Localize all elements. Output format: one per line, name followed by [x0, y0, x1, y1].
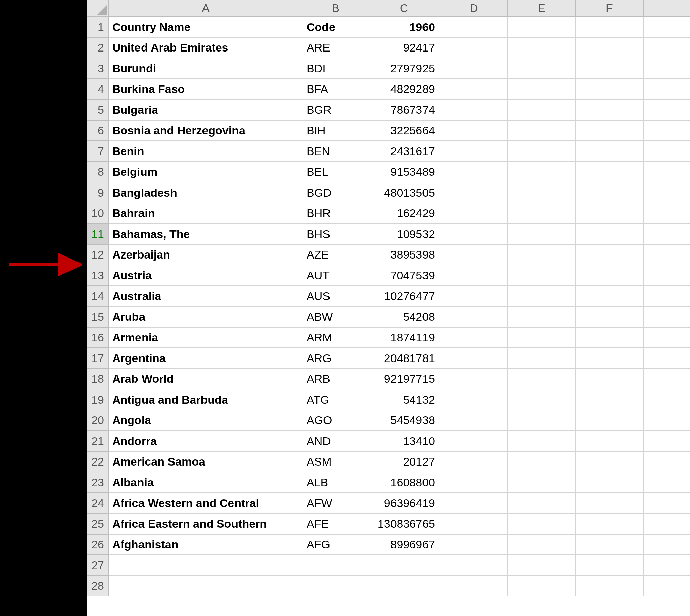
cell-G16[interactable]: [644, 328, 690, 348]
cell-G15[interactable]: [644, 307, 690, 328]
cell-D1[interactable]: [440, 17, 508, 38]
cell-D14[interactable]: [440, 286, 508, 307]
column-header-A[interactable]: A: [109, 0, 303, 17]
cell-F14[interactable]: [576, 286, 644, 307]
cell-C21[interactable]: 13410: [368, 431, 440, 452]
cell-B24[interactable]: AFW: [303, 493, 368, 514]
cell-C6[interactable]: 3225664: [368, 120, 440, 141]
row-header[interactable]: 3: [87, 58, 109, 79]
row-header[interactable]: 16: [87, 328, 109, 348]
cell-B26[interactable]: AFG: [303, 534, 368, 555]
cell-G23[interactable]: [644, 472, 690, 493]
row-header[interactable]: 21: [87, 431, 109, 452]
cell-E14[interactable]: [508, 286, 576, 307]
cell-D19[interactable]: [440, 390, 508, 410]
cell-F18[interactable]: [576, 369, 644, 390]
cell-G10[interactable]: [644, 203, 690, 224]
row-header[interactable]: 14: [87, 286, 109, 307]
cell-E11[interactable]: [508, 224, 576, 245]
cell-G17[interactable]: [644, 348, 690, 369]
cell-B4[interactable]: BFA: [303, 79, 368, 100]
cell-D7[interactable]: [440, 141, 508, 162]
cell-E21[interactable]: [508, 431, 576, 452]
cell-B13[interactable]: AUT: [303, 265, 368, 286]
cell-C3[interactable]: 2797925: [368, 58, 440, 79]
row-header[interactable]: 18: [87, 369, 109, 390]
cell-A7[interactable]: Benin: [109, 141, 303, 162]
cell-G6[interactable]: [644, 120, 690, 141]
cell-F16[interactable]: [576, 328, 644, 348]
cell-E7[interactable]: [508, 141, 576, 162]
cell-C10[interactable]: 162429: [368, 203, 440, 224]
cell-G4[interactable]: [644, 79, 690, 100]
cell-C14[interactable]: 10276477: [368, 286, 440, 307]
select-all-corner[interactable]: [87, 0, 109, 17]
row-header[interactable]: 11: [87, 224, 109, 245]
cell-B1[interactable]: Code: [303, 17, 368, 38]
cell-G26[interactable]: [644, 534, 690, 555]
cell-D4[interactable]: [440, 79, 508, 100]
cell-B11[interactable]: BHS: [303, 224, 368, 245]
cell-A17[interactable]: Argentina: [109, 348, 303, 369]
cell-E12[interactable]: [508, 245, 576, 266]
cell-B12[interactable]: AZE: [303, 245, 368, 266]
cell-A21[interactable]: Andorra: [109, 431, 303, 452]
cell-B2[interactable]: ARE: [303, 38, 368, 59]
cell-G8[interactable]: [644, 162, 690, 183]
cell-F28[interactable]: [576, 576, 644, 597]
cell-G13[interactable]: [644, 265, 690, 286]
cell-G21[interactable]: [644, 431, 690, 452]
cell-E23[interactable]: [508, 472, 576, 493]
cell-D13[interactable]: [440, 265, 508, 286]
cell-G19[interactable]: [644, 390, 690, 410]
cell-B20[interactable]: AGO: [303, 410, 368, 431]
cell-G1[interactable]: [644, 17, 690, 38]
cell-A25[interactable]: Africa Eastern and Southern: [109, 514, 303, 534]
cell-C15[interactable]: 54208: [368, 307, 440, 328]
cell-F10[interactable]: [576, 203, 644, 224]
column-header-extra[interactable]: [644, 0, 690, 17]
cell-C16[interactable]: 1874119: [368, 328, 440, 348]
cell-A15[interactable]: Aruba: [109, 307, 303, 328]
cell-A18[interactable]: Arab World: [109, 369, 303, 390]
cell-F17[interactable]: [576, 348, 644, 369]
cell-C25[interactable]: 130836765: [368, 514, 440, 534]
row-header[interactable]: 20: [87, 410, 109, 431]
cell-A12[interactable]: Azerbaijan: [109, 245, 303, 266]
cell-C28[interactable]: [368, 576, 440, 597]
cell-A9[interactable]: Bangladesh: [109, 182, 303, 203]
cell-C11[interactable]: 109532: [368, 224, 440, 245]
column-header-B[interactable]: B: [303, 0, 368, 17]
cell-D9[interactable]: [440, 182, 508, 203]
cell-B18[interactable]: ARB: [303, 369, 368, 390]
cell-F1[interactable]: [576, 17, 644, 38]
cell-D17[interactable]: [440, 348, 508, 369]
cell-C20[interactable]: 5454938: [368, 410, 440, 431]
cell-F2[interactable]: [576, 38, 644, 59]
cell-D16[interactable]: [440, 328, 508, 348]
row-header[interactable]: 26: [87, 534, 109, 555]
cell-E18[interactable]: [508, 369, 576, 390]
cell-B19[interactable]: ATG: [303, 390, 368, 410]
cell-A8[interactable]: Belgium: [109, 162, 303, 183]
cell-D12[interactable]: [440, 245, 508, 266]
cell-A20[interactable]: Angola: [109, 410, 303, 431]
column-header-D[interactable]: D: [440, 0, 508, 17]
cell-A16[interactable]: Armenia: [109, 328, 303, 348]
cell-G2[interactable]: [644, 38, 690, 59]
row-header[interactable]: 5: [87, 100, 109, 120]
cell-G5[interactable]: [644, 100, 690, 120]
row-header[interactable]: 2: [87, 38, 109, 59]
cell-F12[interactable]: [576, 245, 644, 266]
cell-C12[interactable]: 3895398: [368, 245, 440, 266]
cell-G7[interactable]: [644, 141, 690, 162]
column-header-C[interactable]: C: [368, 0, 440, 17]
cell-A13[interactable]: Austria: [109, 265, 303, 286]
cell-G24[interactable]: [644, 493, 690, 514]
cell-A26[interactable]: Afghanistan: [109, 534, 303, 555]
cell-G3[interactable]: [644, 58, 690, 79]
cell-B3[interactable]: BDI: [303, 58, 368, 79]
cell-A2[interactable]: United Arab Emirates: [109, 38, 303, 59]
cell-A1[interactable]: Country Name: [109, 17, 303, 38]
cell-D20[interactable]: [440, 410, 508, 431]
